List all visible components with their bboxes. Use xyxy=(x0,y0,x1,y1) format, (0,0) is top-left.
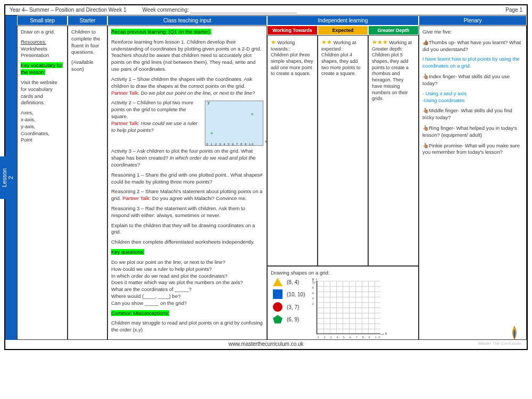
plenary-cell: Give me five: 👍🏽Thumbs up- What have you… xyxy=(419,26,527,340)
inline-coordinate-grid: y x 0 1 2 3 4 5 6 7 8 9 10 × × xyxy=(205,101,263,146)
shape-row-circle: (3, 7) xyxy=(273,302,305,312)
sub-hdr-exp: Expected xyxy=(318,26,368,35)
pentagon-icon xyxy=(273,315,282,323)
wt-body: ★ Working towards:: Children plot three … xyxy=(267,35,318,266)
small-step-cell: Draw on a grid. Resources: Worksheets Pr… xyxy=(17,26,68,340)
independent-cell: Working Towards Expected Greater Depth ★… xyxy=(267,26,419,340)
star-icon: ★★★ xyxy=(372,39,388,45)
gd-body: ★★★ Working at Greater depth: Children p… xyxy=(368,35,419,266)
drawing-shapes-box: Drawing shapes on a grid: (8, 4) (10, 10… xyxy=(267,266,419,340)
pinkie-icon: 👆🏽 xyxy=(422,143,429,148)
ring-finger-icon: 👆🏽 xyxy=(422,125,429,131)
grid-wrap: Lesson 2 Small step Starter Class teachi… xyxy=(5,15,527,340)
shape-legend: (8, 4) (10, 10) (3, 7) (6, 9) xyxy=(273,278,305,323)
blank-grid: y↑ x→ 1 2 3 4 5 6 7 8 9 10 246810 xyxy=(317,281,380,334)
starter-cell: Children to complete the fluent in four … xyxy=(68,26,107,340)
star-icon: ★ xyxy=(271,39,276,45)
middle-finger-icon: 👆🏽 xyxy=(422,107,429,113)
square-icon xyxy=(273,289,282,299)
main-grid: Small step Starter Class teaching input … xyxy=(17,15,527,340)
star-icon: ★★ xyxy=(321,39,332,45)
content-row: Draw on a grid. Resources: Worksheets Pr… xyxy=(17,26,527,340)
hdr-independent: Independent learning xyxy=(267,15,419,26)
page-number: Page 1 xyxy=(505,7,522,13)
hdr-plenary: Plenary xyxy=(419,15,527,26)
week-commencing: Week commencing: xyxy=(143,7,297,13)
thumbs-up-icon: 👍🏽 xyxy=(422,39,429,45)
footer-url: www.masterthecurriculum.co.uk xyxy=(5,340,527,349)
shape-row-pentagon: (6, 9) xyxy=(273,315,305,323)
hdr-small-step: Small step xyxy=(17,15,68,26)
logo-flame-icon xyxy=(510,326,519,340)
shape-row-triangle: (8, 4) xyxy=(273,278,305,286)
teaching-cell: Recap previous learning: (Q1 on the star… xyxy=(107,26,267,340)
lesson-tab: Lesson 2 xyxy=(0,156,15,199)
hdr-starter: Starter xyxy=(68,15,107,26)
sub-hdr-gd: Greater Depth xyxy=(368,26,419,35)
shape-row-square: (10, 10) xyxy=(273,289,305,299)
watermark: Master The Curriculum xyxy=(478,341,521,346)
circle-icon xyxy=(273,302,282,312)
hdr-teaching: Class teaching input xyxy=(107,15,267,26)
header-row: Small step Starter Class teaching input … xyxy=(17,15,527,26)
lesson-tab-column: Lesson 2 xyxy=(5,15,17,340)
week-commencing-input[interactable] xyxy=(190,7,297,13)
sub-hdr-wt: Working Towards xyxy=(267,26,318,35)
index-finger-icon: 👆🏽 xyxy=(422,73,429,79)
triangle-icon xyxy=(273,278,282,286)
title-left: Year 4– Summer – Position and Direction … xyxy=(10,7,127,13)
top-bar: Year 4– Summer – Position and Direction … xyxy=(5,5,527,15)
lesson-plan-page: Year 4– Summer – Position and Direction … xyxy=(4,4,528,350)
exp-body: ★★ Working at expected : Children plot 4… xyxy=(318,35,368,266)
